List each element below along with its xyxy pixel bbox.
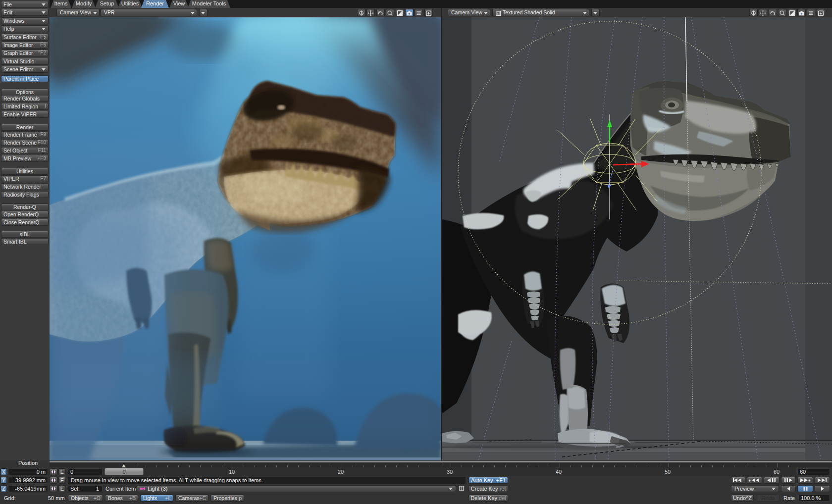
svg-text:+: + bbox=[808, 478, 811, 483]
svg-text:+: + bbox=[748, 478, 751, 483]
